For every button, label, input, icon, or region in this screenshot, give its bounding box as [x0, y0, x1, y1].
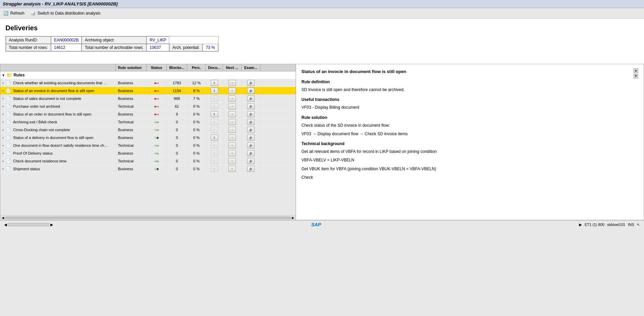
td-status: ●∞ [146, 80, 167, 86]
doc-file-icon: 📄 [6, 81, 11, 85]
refresh-button[interactable]: 🔄 Refresh [3, 10, 24, 16]
td-perc: 0 % [187, 111, 206, 117]
exam-button[interactable]: 🔊 [247, 119, 255, 125]
next-button[interactable]: ⇒ [228, 88, 236, 94]
td-next: ⇒ [223, 142, 242, 149]
td-docu: i [206, 87, 223, 94]
right-panel: Status of an invocie in document flow is… [296, 64, 644, 220]
td-perc: 0 % [187, 119, 206, 125]
rows-container: • 📄 Check whether all existing accountin… [0, 79, 296, 173]
exam-button[interactable]: 🔊 [247, 150, 255, 156]
table-row[interactable]: • 📄 Proof Of Delivery status Business ○∞… [0, 150, 296, 157]
table-row[interactable]: • 📄 Status of a delivery in document flo… [0, 134, 296, 142]
td-rule: • 📄 Proof Of Delivery status [0, 150, 116, 156]
td-next: ⇒ [223, 157, 242, 165]
table-row[interactable]: • 📄 One document in flow doesn't satisfy… [0, 142, 296, 150]
bottom-bar: ◀ ▶ SAP ▶ ET1 (1) 800 skbtset101 INS ↖ [0, 220, 644, 229]
folder-icon: 📁 [6, 72, 12, 78]
useful-transactions-label: Useful transactions [301, 96, 437, 103]
next-button[interactable]: ⇒ [228, 95, 236, 102]
scroll-down-btn[interactable]: ▼ [633, 74, 638, 78]
exam-button[interactable]: 🔊 [247, 127, 255, 133]
scroll-right-btn[interactable]: ▶ [292, 216, 294, 220]
exam-button[interactable]: 🔊 [247, 158, 255, 164]
scroll-left-btn[interactable]: ◀ [2, 216, 4, 220]
td-status: ●∞ [146, 111, 167, 117]
docu-button[interactable]: i [211, 88, 218, 94]
nav-left[interactable]: ◀ [4, 223, 7, 227]
horizontal-scrollbar[interactable]: ◀ ▶ [0, 215, 296, 220]
table-row[interactable]: • 📄 Status of an order in document flow … [0, 110, 296, 118]
next-button[interactable]: ⇒ [228, 111, 236, 117]
th-exam: Exam... [242, 64, 260, 71]
exam-button[interactable]: 🔊 [247, 111, 255, 117]
table-row[interactable]: • 📄 Check document residence time Techni… [0, 157, 296, 165]
td-solution: Business [116, 88, 146, 93]
td-solution: Business [116, 135, 146, 140]
next-button[interactable]: ⇒ [228, 127, 236, 133]
bullet-icon: • [2, 128, 4, 132]
scroll-track[interactable] [5, 216, 291, 219]
td-blocked: 0 [167, 119, 187, 125]
td-exam: 🔊 [242, 110, 260, 118]
td-rule: • 📄 Archiving exit / BAdi check [0, 119, 116, 125]
next-button[interactable]: ⇒ [228, 103, 236, 109]
exam-button[interactable]: 🔊 [247, 103, 255, 109]
content-area: Deliveries Analysis RunID: EAN000002B Ar… [0, 19, 644, 64]
next-button[interactable]: ⇒ [228, 119, 236, 125]
bullet-icon: • [2, 144, 4, 147]
td-docu: i [206, 134, 223, 141]
td-exam: 🔊 [242, 142, 260, 149]
status-red-chain-icon: ●∞ [154, 89, 159, 93]
next-button[interactable]: ⇒ [228, 135, 236, 141]
technical-background-label: Technical background [301, 141, 437, 147]
td-next: ⇒ [223, 150, 242, 157]
table-row[interactable]: • 📄 Cross-Docking chain not complete Bus… [0, 126, 296, 134]
td-blocked: 1783 [167, 80, 187, 86]
table-row[interactable]: • 📄 Status of an invoice in document flo… [0, 87, 296, 95]
nav-scroll[interactable] [8, 223, 49, 226]
doc-file-icon: 📄 [6, 104, 11, 109]
exam-button[interactable]: 🔊 [247, 88, 255, 94]
docu-button[interactable]: i [211, 111, 218, 117]
td-blocked: 0 [167, 135, 187, 140]
td-perc: 0 % [187, 166, 206, 172]
exam-button[interactable]: 🔊 [247, 142, 255, 148]
td-exam: 🔊 [242, 150, 260, 157]
td-perc: 0 % [187, 158, 206, 164]
status-green-chain-icon: ○∞ [154, 120, 159, 124]
exam-button[interactable]: 🔊 [247, 95, 255, 102]
next-button[interactable]: ⇒ [228, 150, 236, 156]
rules-folder-row[interactable]: ▼ 📁 Rules [0, 71, 296, 79]
rule-name-text: Shipment status [13, 167, 40, 171]
next-button[interactable]: ⇒ [228, 158, 236, 164]
td-solution: Business [116, 80, 146, 86]
exam-button[interactable]: 🔊 [247, 80, 255, 86]
td-exam: 🔊 [242, 95, 260, 102]
td-solution: Technical [116, 158, 146, 164]
table-row[interactable]: • 📄 Status of sales document is not comp… [0, 95, 296, 103]
docu-button[interactable]: i [211, 135, 218, 141]
td-blocked: 0 [167, 166, 187, 172]
exam-button[interactable]: 🔊 [247, 166, 255, 172]
doc-file-icon: 📄 [6, 127, 11, 132]
status-green-chain-icon: ○∞ [154, 128, 159, 132]
docu-button[interactable]: i [211, 80, 218, 86]
next-button[interactable]: ⇒ [228, 80, 236, 86]
table-row[interactable]: • 📄 Check whether all existing accountin… [0, 79, 296, 87]
table-row[interactable]: • 📄 Purchase order not archived Technica… [0, 103, 296, 110]
nav-right[interactable]: ▶ [50, 223, 53, 227]
switch-button[interactable]: 📊 Switch to Data distribution analysis [30, 10, 100, 16]
scroll-up-btn[interactable]: ▲ [633, 68, 638, 73]
table-row[interactable]: • 📄 Shipment status Business ○■ 0 0 % i … [0, 165, 296, 173]
arch-potential-label: Arch. potential: [169, 44, 203, 51]
rule-name-text: Status of an invoice in document flow is… [13, 89, 94, 93]
next-button[interactable]: ⇒ [228, 166, 236, 172]
next-button[interactable]: ⇒ [228, 142, 236, 148]
exam-button[interactable]: 🔊 [247, 135, 255, 141]
doc-file-icon: 📄 [6, 159, 11, 163]
td-exam: 🔊 [242, 165, 260, 173]
table-row[interactable]: • 📄 Archiving exit / BAdi check Technica… [0, 118, 296, 126]
main-split: Rule solution Status Blocke... Perc. Doc… [0, 64, 644, 220]
analysis-run-id-value: EAN000002B [51, 36, 82, 44]
